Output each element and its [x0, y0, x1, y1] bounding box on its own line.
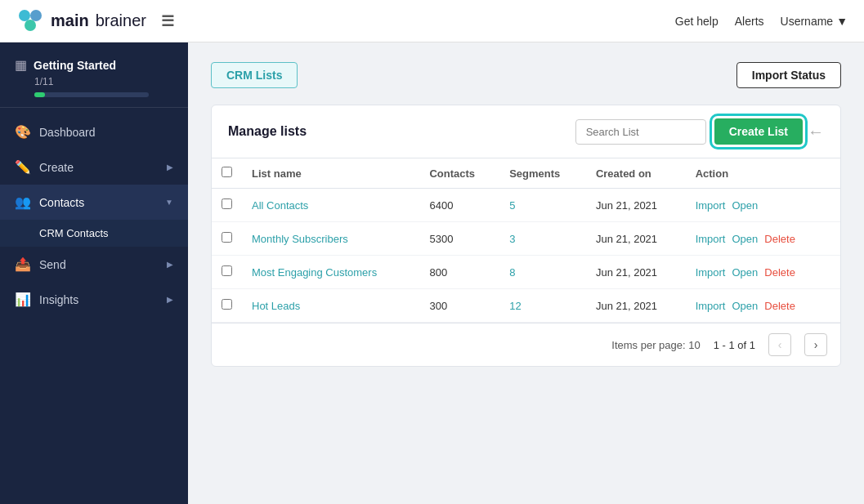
send-icon: 📤	[15, 256, 31, 272]
insights-icon: 📊	[15, 292, 31, 307]
lists-table: List name Contacts Segments Created on A…	[212, 158, 840, 323]
contacts-cell: 800	[419, 256, 499, 289]
items-per-page-label: Items per page: 10	[611, 339, 700, 351]
row-checkbox-0[interactable]	[222, 198, 232, 209]
sidebar-nav: 🎨 Dashboard ✏️ Create ▶ 👥 Contacts ▼ CRM…	[0, 108, 188, 504]
tab-bar: CRM Lists Import Status	[211, 62, 841, 88]
select-all-checkbox[interactable]	[222, 167, 232, 177]
progress-bar-fill	[34, 92, 45, 97]
manage-lists-title: Manage lists	[228, 124, 307, 139]
created-on-cell: Jun 21, 2021	[586, 289, 686, 323]
action-delete-3[interactable]: Delete	[764, 300, 795, 312]
action-open-1[interactable]: Open	[732, 233, 758, 245]
chevron-down-icon: ▼	[836, 15, 848, 28]
created-on-cell: Jun 21, 2021	[586, 189, 686, 222]
card-header: Manage lists Create List ←	[212, 105, 840, 158]
segment-link-0[interactable]: 5	[509, 199, 515, 212]
sidebar-item-insights[interactable]: 📊 Insights ▶	[0, 282, 188, 317]
create-list-button[interactable]: Create List	[714, 118, 803, 145]
dashboard-icon: 🎨	[15, 124, 31, 140]
sidebar-label-insights: Insights	[39, 293, 78, 306]
topnav: mainbrainer ☰ Get help Alerts Username ▼	[0, 0, 864, 42]
pagination-next-button[interactable]: ›	[804, 333, 827, 356]
sidebar-item-create[interactable]: ✏️ Create ▶	[0, 149, 188, 185]
action-open-3[interactable]: Open	[732, 300, 758, 312]
topnav-right: Get help Alerts Username ▼	[675, 15, 848, 28]
table-row: Hot Leads30012Jun 21, 2021ImportOpenDele…	[212, 289, 840, 323]
svg-point-1	[30, 10, 42, 21]
row-checkbox-1[interactable]	[222, 232, 232, 243]
action-delete-1[interactable]: Delete	[764, 233, 795, 245]
sidebar-sub-crm-contacts[interactable]: CRM Contacts	[0, 220, 188, 247]
create-icon: ✏️	[15, 159, 31, 175]
action-import-3[interactable]: Import	[696, 300, 726, 312]
logo-brainer: brainer	[96, 11, 146, 30]
list-name-link-1[interactable]: Monthly Subscribers	[252, 233, 348, 245]
manage-lists-card: Manage lists Create List ← List name Con…	[211, 105, 841, 367]
username-dropdown[interactable]: Username ▼	[781, 15, 848, 28]
action-open-0[interactable]: Open	[732, 199, 758, 212]
action-import-2[interactable]: Import	[696, 266, 726, 279]
logo: mainbrainer ☰	[16, 7, 675, 35]
created-on-cell: Jun 21, 2021	[586, 222, 686, 256]
svg-point-2	[25, 20, 36, 31]
table-row: Most Engaging Customers8008Jun 21, 2021I…	[212, 256, 840, 289]
getting-started-section: ▦ Getting Started 1/11	[0, 42, 188, 108]
create-list-wrapper: Create List ←	[714, 118, 824, 145]
table-header-row: List name Contacts Segments Created on A…	[212, 158, 840, 189]
list-name-link-3[interactable]: Hot Leads	[252, 300, 300, 312]
table-footer: Items per page: 10 1 - 1 of 1 ‹ ›	[212, 323, 840, 366]
logo-main: main	[51, 11, 89, 30]
list-name-link-2[interactable]: Most Engaging Customers	[252, 266, 377, 279]
col-list-name: List name	[242, 158, 419, 189]
action-import-0[interactable]: Import	[696, 199, 726, 212]
import-status-button[interactable]: Import Status	[736, 62, 841, 88]
col-created-on: Created on	[586, 158, 686, 189]
segment-link-2[interactable]: 8	[509, 266, 515, 279]
get-help-link[interactable]: Get help	[675, 15, 719, 28]
getting-started-title: Getting Started	[34, 59, 116, 72]
col-segments: Segments	[499, 158, 586, 189]
layout: ▦ Getting Started 1/11 🎨 Dashboard ✏️ Cr…	[0, 42, 864, 504]
sidebar-item-dashboard[interactable]: 🎨 Dashboard	[0, 114, 188, 149]
pagination-info: 1 - 1 of 1	[714, 339, 755, 351]
alerts-link[interactable]: Alerts	[735, 15, 764, 28]
hamburger-icon[interactable]: ☰	[161, 12, 174, 30]
chevron-right-icon: ▶	[167, 163, 173, 172]
segment-link-1[interactable]: 3	[509, 233, 515, 245]
sidebar-item-contacts[interactable]: 👥 Contacts ▼	[0, 185, 188, 220]
getting-started-progress-text: 1/11	[34, 76, 173, 87]
row-checkbox-3[interactable]	[222, 299, 232, 310]
tab-crm-lists[interactable]: CRM Lists	[211, 62, 298, 88]
segment-link-3[interactable]: 12	[509, 300, 521, 312]
arrow-indicator-icon: ←	[808, 123, 824, 141]
search-input[interactable]	[575, 119, 706, 145]
progress-bar-bg	[34, 92, 149, 97]
row-checkbox-2[interactable]	[222, 265, 232, 276]
sidebar-item-send[interactable]: 📤 Send ▶	[0, 247, 188, 282]
getting-started-icon: ▦	[15, 57, 27, 73]
sidebar: ▦ Getting Started 1/11 🎨 Dashboard ✏️ Cr…	[0, 42, 188, 504]
col-contacts: Contacts	[419, 158, 499, 189]
chevron-down-contacts-icon: ▼	[165, 198, 173, 207]
contacts-cell: 300	[419, 289, 499, 323]
sidebar-label-dashboard: Dashboard	[39, 126, 96, 139]
contacts-cell: 5300	[419, 222, 499, 256]
col-action: Action	[686, 158, 840, 189]
sidebar-label-create: Create	[39, 161, 74, 174]
created-on-cell: Jun 21, 2021	[586, 256, 686, 289]
action-open-2[interactable]: Open	[732, 266, 758, 279]
pagination-prev-button[interactable]: ‹	[768, 333, 791, 356]
chevron-right-insights-icon: ▶	[167, 295, 173, 304]
table-row: Monthly Subscribers53003Jun 21, 2021Impo…	[212, 222, 840, 256]
contacts-icon: 👥	[15, 194, 31, 210]
table-row: All Contacts64005Jun 21, 2021ImportOpen	[212, 189, 840, 222]
action-import-1[interactable]: Import	[696, 233, 726, 245]
action-delete-2[interactable]: Delete	[764, 266, 795, 279]
chevron-right-send-icon: ▶	[167, 260, 173, 269]
list-name-link-0[interactable]: All Contacts	[252, 199, 308, 212]
contacts-cell: 6400	[419, 189, 499, 222]
svg-point-0	[19, 10, 30, 21]
logo-icon	[16, 7, 44, 35]
sidebar-label-send: Send	[39, 258, 66, 271]
